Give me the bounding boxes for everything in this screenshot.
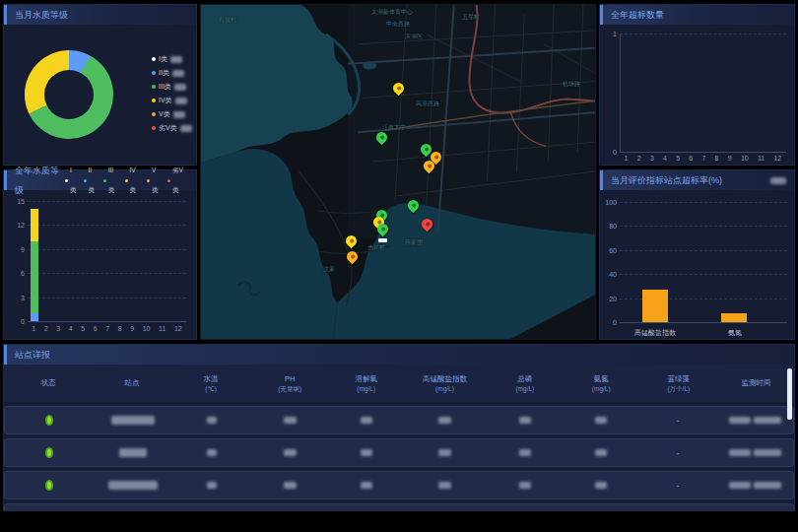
value-cell xyxy=(563,449,638,456)
water-quality-donut-chart[interactable] xyxy=(25,50,113,139)
value-blurred xyxy=(207,417,217,424)
map-station-pin[interactable] xyxy=(376,132,388,150)
y-tick-label: 9 xyxy=(21,245,28,252)
table-row[interactable]: - xyxy=(4,503,794,510)
stacked-bar-segment[interactable] xyxy=(31,209,38,241)
value-blurred xyxy=(284,417,297,424)
map-station-pin[interactable] xyxy=(422,219,433,236)
column-name: 氨氮 xyxy=(594,373,609,384)
map-place-label: 石塘村 xyxy=(219,16,236,25)
value-cell xyxy=(330,482,403,489)
x-tick-label: 10 xyxy=(741,155,749,162)
gridline xyxy=(620,226,787,227)
value-blurred xyxy=(361,449,372,456)
x-tick-label: 6 xyxy=(94,325,98,332)
y-tick-label: 60 xyxy=(609,246,620,253)
x-tick-label: 4 xyxy=(663,155,667,162)
map-station-pin[interactable] xyxy=(393,83,405,100)
legend-dot-icon xyxy=(152,99,156,102)
map-station-pin[interactable] xyxy=(408,200,420,218)
table-scrollbar[interactable] xyxy=(787,368,792,420)
column-header: 水温(℃) xyxy=(171,373,250,394)
pin-icon xyxy=(375,222,391,237)
stacked-bar-segment[interactable] xyxy=(31,241,38,313)
city-map[interactable]: 石塘村太湖新体育中心中南西路滨湖区五星村高浪西路江南大学机场路吉祥桥薛家里沈家 xyxy=(200,4,596,340)
value-blurred xyxy=(284,449,297,456)
legend-label: I类 xyxy=(159,54,167,64)
x-tick-label: 11 xyxy=(758,155,765,162)
y-tick-label: 6 xyxy=(21,270,28,277)
column-name: 站点 xyxy=(124,377,139,388)
value-blurred xyxy=(438,417,451,424)
value-blurred xyxy=(519,417,531,424)
status-dot xyxy=(45,447,53,458)
pin-icon xyxy=(422,158,437,173)
pin-icon xyxy=(406,198,422,214)
donut-legend: I类II类III类IV类V类劣V类 xyxy=(152,54,192,133)
y-tick-label: 1 xyxy=(613,31,620,37)
panel-title: 全年超标数量 xyxy=(611,5,664,25)
legend-item[interactable]: III类 xyxy=(152,82,192,92)
header-blurred-tag[interactable] xyxy=(770,177,786,184)
table-row[interactable]: - xyxy=(4,438,794,467)
station-name-blurred xyxy=(119,448,147,457)
value-cell xyxy=(172,449,251,456)
map-place-label: 五星村 xyxy=(462,12,480,21)
map-place-label: 薛家里 xyxy=(405,237,423,246)
legend-item[interactable]: IV类 xyxy=(152,96,192,105)
map-place-label: 沈家 xyxy=(323,264,335,273)
legend-item[interactable]: 劣V类 xyxy=(152,123,192,133)
gridline xyxy=(28,225,186,226)
time-cell xyxy=(717,449,793,456)
column-header: PH(无量纲) xyxy=(250,373,329,394)
table-row[interactable]: - xyxy=(4,406,794,434)
rate-bar[interactable] xyxy=(642,290,668,322)
legend-item[interactable]: V类 xyxy=(152,109,192,119)
map-station-pin[interactable] xyxy=(377,224,389,241)
rate-bar[interactable] xyxy=(721,313,747,322)
legend-dot-icon xyxy=(152,112,156,116)
column-unit: (mg/L) xyxy=(515,384,534,394)
status-dot xyxy=(45,415,53,426)
y-tick-label: 20 xyxy=(609,295,620,301)
x-tick-label: 7 xyxy=(105,325,109,332)
column-header: 状态 xyxy=(4,377,93,388)
station-name-blurred xyxy=(108,481,158,490)
map-station-pin[interactable] xyxy=(347,251,359,269)
pin-icon xyxy=(374,130,390,146)
value-cell xyxy=(403,417,487,424)
column-name: 高锰酸盐指数 xyxy=(423,373,467,384)
map-place-label: 机场路 xyxy=(563,79,580,88)
gridline xyxy=(28,249,186,250)
algae-cell: - xyxy=(638,448,717,457)
column-header: 站点 xyxy=(93,377,171,388)
value-blurred xyxy=(438,482,451,489)
gridline xyxy=(28,273,186,274)
value-cell xyxy=(487,482,564,489)
value-blurred xyxy=(207,482,217,489)
column-header: 氨氮(mg/L) xyxy=(564,373,639,394)
station-name-blurred xyxy=(111,416,155,425)
panel-month-exceed-rate: 当月评价指标站点超标率(%) 100806040200 高锰酸盐指数氨氮 xyxy=(599,169,795,340)
legend-label: V类 xyxy=(159,109,170,119)
value-cell xyxy=(172,482,251,489)
y-tick-label: 0 xyxy=(613,319,620,326)
legend-dot-icon xyxy=(103,179,106,182)
value-cell xyxy=(487,417,564,424)
station-cell xyxy=(94,448,172,457)
x-tick-label: 8 xyxy=(715,155,719,162)
column-unit: (℃) xyxy=(205,384,217,394)
x-tick-label: 12 xyxy=(773,155,781,162)
time-blurred xyxy=(754,417,781,424)
legend-item[interactable]: I类 xyxy=(152,54,192,64)
legend-item[interactable]: II类 xyxy=(152,68,192,78)
legend-dot-icon xyxy=(152,126,156,130)
stacked-bar-segment[interactable] xyxy=(31,313,38,321)
status-dot xyxy=(45,480,53,491)
rate-category-label: 高锰酸盐指数 xyxy=(634,328,676,338)
y-tick-label: 3 xyxy=(21,294,28,300)
column-header: 蓝绿藻(万个/L) xyxy=(639,373,718,394)
map-station-pin[interactable] xyxy=(424,161,435,178)
table-row[interactable]: - xyxy=(4,471,794,499)
x-tick-label: 7 xyxy=(701,155,705,162)
